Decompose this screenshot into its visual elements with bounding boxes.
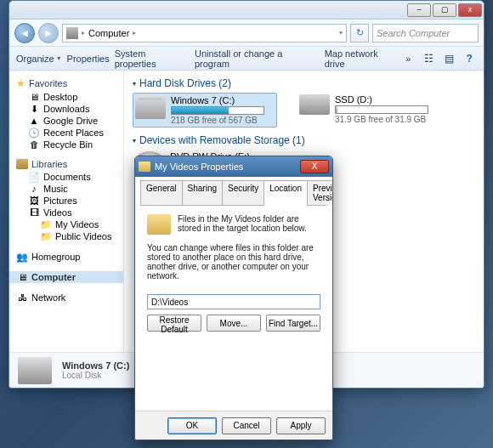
tab-general[interactable]: General xyxy=(140,180,183,205)
folder-icon: 📁 xyxy=(40,219,52,230)
downloads-icon: ⬇ xyxy=(28,104,40,114)
sidebar-item-computer[interactable]: 🖥Computer xyxy=(9,271,123,283)
breadcrumb-computer[interactable]: Computer xyxy=(88,28,129,38)
status-title: Windows 7 (C:) xyxy=(62,360,129,371)
collapse-icon: ▾ xyxy=(133,80,136,88)
selected-drive-icon xyxy=(18,357,52,384)
favorites-header[interactable]: ★Favorites xyxy=(9,76,123,91)
help-icon[interactable]: ? xyxy=(462,52,477,65)
move-button[interactable]: Move... xyxy=(207,315,261,332)
ssd-icon xyxy=(299,94,330,115)
drive-d-label: SSD (D:) xyxy=(335,94,428,105)
map-drive-button[interactable]: Map network drive xyxy=(325,48,400,69)
address-bar[interactable]: ▸ Computer ▸ ▾ xyxy=(62,24,347,43)
properties-button[interactable]: Properties xyxy=(67,54,110,64)
refresh-button[interactable]: ↻ xyxy=(350,24,369,43)
toolbar: Organize ▼ Properties System properties … xyxy=(9,47,484,71)
preview-pane-icon[interactable]: ▤ xyxy=(441,52,456,65)
dropdown-icon[interactable]: ▾ xyxy=(339,29,343,37)
drive-d[interactable]: SSD (D:) 31.9 GB free of 31.9 GB xyxy=(298,93,442,128)
documents-icon: 📄 xyxy=(28,172,40,182)
drive-d-free: 31.9 GB free of 31.9 GB xyxy=(335,115,428,124)
dialog-title-text: My Videos Properties xyxy=(155,162,243,172)
collapse-icon: ▾ xyxy=(133,137,136,145)
star-icon: ★ xyxy=(16,77,26,89)
sidebar: ★Favorites 🖥Desktop ⬇Downloads ▲Google D… xyxy=(9,71,124,352)
dialog-close-button[interactable]: X xyxy=(300,160,329,173)
capacity-bar xyxy=(335,105,428,114)
back-button[interactable]: ◄ xyxy=(14,23,35,43)
computer-icon: 🖥 xyxy=(16,272,28,282)
sidebar-item-videos[interactable]: 🎞Videos xyxy=(9,207,123,218)
maximize-button[interactable]: ▢ xyxy=(433,3,456,17)
hdd-section-header[interactable]: ▾Hard Disk Drives (2) xyxy=(133,77,475,89)
find-target-button[interactable]: Find Target... xyxy=(266,315,320,332)
nav-row: ◄ ► ▸ Computer ▸ ▾ ↻ Search Computer xyxy=(9,20,484,47)
recycle-icon: 🗑 xyxy=(28,139,40,150)
dialog-body: General Sharing Security Location Previo… xyxy=(135,177,332,411)
tab-location[interactable]: Location xyxy=(264,180,308,206)
sidebar-item-desktop[interactable]: 🖥Desktop xyxy=(9,91,123,103)
chevron-down-icon: ▼ xyxy=(56,55,62,61)
music-icon: ♪ xyxy=(28,184,40,194)
dialog-tabs: General Sharing Security Location Previo… xyxy=(140,180,327,206)
sidebar-item-public-videos[interactable]: 📁Public Videos xyxy=(9,230,123,242)
search-placeholder: Search Computer xyxy=(377,28,450,38)
close-button[interactable]: x xyxy=(458,3,482,17)
folder-icon: ▲ xyxy=(28,116,40,126)
window-titlebar: – ▢ x xyxy=(9,1,484,20)
uninstall-button[interactable]: Uninstall or change a program xyxy=(195,48,320,69)
sidebar-item-homegroup[interactable]: 👥Homegroup xyxy=(9,251,123,263)
breadcrumb-sep-icon: ▸ xyxy=(133,29,136,37)
sidebar-item-downloads[interactable]: ⬇Downloads xyxy=(9,103,123,115)
computer-icon xyxy=(66,27,78,39)
cancel-button[interactable]: Cancel xyxy=(222,417,271,434)
system-properties-button[interactable]: System properties xyxy=(115,48,190,69)
tab-security[interactable]: Security xyxy=(222,180,264,205)
sidebar-item-recycle[interactable]: 🗑Recycle Bin xyxy=(9,139,123,150)
desktop-icon: 🖥 xyxy=(28,92,40,102)
folder-icon xyxy=(139,162,150,172)
network-icon: 🖧 xyxy=(16,292,28,303)
ok-button[interactable]: OK xyxy=(167,417,217,434)
minimize-button[interactable]: – xyxy=(407,3,431,17)
libraries-header[interactable]: Libraries xyxy=(9,157,123,171)
dialog-titlebar[interactable]: My Videos Properties X xyxy=(135,156,332,177)
sidebar-item-google-drive[interactable]: ▲Google Drive xyxy=(9,115,123,127)
tab-previous-versions[interactable]: Previous Versions xyxy=(307,180,333,205)
libraries-icon xyxy=(16,159,28,169)
location-path-input[interactable] xyxy=(147,294,320,309)
tab-panel-location: Files in the My Videos folder are stored… xyxy=(140,206,327,411)
drive-c[interactable]: Windows 7 (C:) 218 GB free of 567 GB xyxy=(133,93,277,128)
dialog-footer: OK Cancel Apply xyxy=(135,411,332,439)
videos-icon: 🎞 xyxy=(28,207,40,218)
location-description-1: Files in the My Videos folder are stored… xyxy=(178,214,320,235)
drive-c-label: Windows 7 (C:) xyxy=(171,95,264,105)
homegroup-icon: 👥 xyxy=(16,252,28,262)
sidebar-item-recent[interactable]: 🕓Recent Places xyxy=(9,127,123,139)
sidebar-item-network[interactable]: 🖧Network xyxy=(9,292,123,303)
search-input[interactable]: Search Computer xyxy=(372,24,479,43)
toolbar-overflow[interactable]: » xyxy=(405,54,411,64)
location-description-2: You can change where files in this folde… xyxy=(147,243,320,281)
tab-sharing[interactable]: Sharing xyxy=(182,180,223,205)
hdd-icon xyxy=(135,95,166,119)
folder-large-icon xyxy=(147,214,171,235)
folder-icon: 📁 xyxy=(40,231,52,241)
recent-icon: 🕓 xyxy=(28,128,40,138)
sidebar-item-pictures[interactable]: 🖼Pictures xyxy=(9,195,123,207)
removable-section-header[interactable]: ▾Devices with Removable Storage (1) xyxy=(133,134,475,146)
organize-menu[interactable]: Organize ▼ xyxy=(16,54,62,64)
apply-button[interactable]: Apply xyxy=(276,417,326,434)
capacity-bar xyxy=(171,106,264,115)
view-icon[interactable]: ☷ xyxy=(421,52,436,65)
sidebar-item-my-videos[interactable]: 📁My Videos xyxy=(9,218,123,230)
sidebar-item-documents[interactable]: 📄Documents xyxy=(9,171,123,183)
pictures-icon: 🖼 xyxy=(28,196,40,206)
forward-button[interactable]: ► xyxy=(38,23,59,43)
restore-default-button[interactable]: Restore Default xyxy=(147,315,201,332)
sidebar-item-music[interactable]: ♪Music xyxy=(9,183,123,195)
breadcrumb-sep-icon: ▸ xyxy=(82,29,85,37)
properties-dialog: My Videos Properties X General Sharing S… xyxy=(134,156,333,440)
status-subtitle: Local Disk xyxy=(62,371,141,380)
